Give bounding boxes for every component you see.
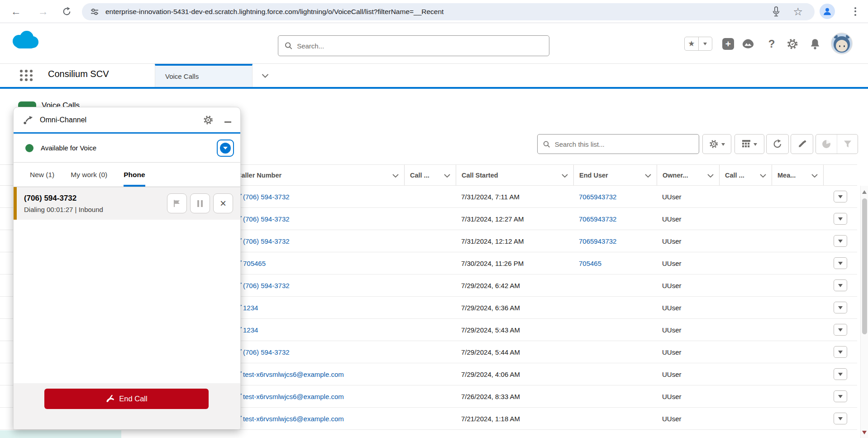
caller-number-link[interactable]: (706) 594-3732 [243,215,290,223]
favorites-button[interactable]: ★ [684,37,712,51]
scroll-down-arrow[interactable] [862,431,867,437]
browser-menu-button[interactable] [851,4,860,19]
pause-call-button[interactable] [190,193,210,213]
call-2-cell [719,363,772,385]
caller-number-link[interactable]: test-x6rvsmlwjcs6@example.com [243,371,344,378]
caller-number-cell: (706) 594-3732 [231,230,404,252]
browser-forward-button[interactable]: → [35,4,51,19]
caller-number-link[interactable]: 705465 [243,260,266,267]
global-actions-button[interactable]: + [722,38,734,50]
caller-number-link[interactable]: 1234 [243,304,258,312]
global-search-box[interactable] [278,35,549,56]
end-user-cell: 705465 [573,252,657,274]
display-as-button[interactable] [734,134,764,154]
call-type-cell [404,297,456,318]
call-type-cell [404,230,456,252]
mic-icon[interactable] [772,6,780,17]
end-user-link[interactable]: 7065943732 [579,215,616,223]
column-header-owner[interactable]: Owner... [657,165,719,185]
column-header-caller-number[interactable]: Caller Number [231,165,404,185]
call-2-cell [719,319,772,341]
omni-status-row: Available for Voice [14,134,240,163]
refresh-list-button[interactable] [766,134,789,154]
row-actions-button[interactable] [834,302,847,313]
row-actions-button[interactable] [834,346,847,358]
list-search-input[interactable] [555,140,693,148]
help-button[interactable]: ? [766,38,777,50]
app-launcher-icon[interactable] [19,69,33,82]
row-actions-button[interactable] [834,413,847,424]
row-actions-button[interactable] [834,324,847,336]
column-header-call-type[interactable]: Call ... [404,165,456,185]
end-user-link[interactable]: 705465 [579,260,601,267]
notifications-bell-button[interactable] [809,38,821,50]
caller-number-cell: test-x6rvsmlwjcs6@example.com [231,385,404,407]
charts-button[interactable] [816,135,837,154]
browser-address-bar[interactable]: enterprise-innovation-5431-dev-ed.scratc… [82,3,815,20]
measure-cell [772,186,823,207]
omni-tab-phone[interactable]: Phone [124,163,145,187]
browser-refresh-button[interactable] [59,4,74,19]
tab-menu-chevron[interactable] [257,70,273,81]
owner-cell: UUser [657,341,719,363]
tab-voice-calls[interactable]: Voice Calls [155,64,253,87]
caller-number-link[interactable]: test-x6rvsmlwjcs6@example.com [243,393,344,400]
bookmark-star-icon[interactable]: ☆ [793,5,803,18]
scroll-up-arrow[interactable] [862,188,867,194]
column-header-measure[interactable]: Mea... [772,165,823,185]
favorite-star-icon[interactable]: ★ [685,37,698,50]
row-actions-button[interactable] [834,279,847,291]
caller-number-cell: 1234 [231,319,404,341]
call-started-cell: 7/29/2024, 4:06 AM [456,363,573,385]
caller-number-link[interactable]: (706) 594-3732 [243,193,290,201]
end-user-link[interactable]: 7065943732 [579,193,616,201]
close-call-button[interactable]: × [213,193,233,213]
row-actions-button[interactable] [834,257,847,269]
trailhead-icon[interactable] [742,38,754,50]
end-user-link[interactable]: 7065943732 [579,237,616,245]
end-user-cell [573,385,657,407]
flag-call-button[interactable] [167,193,187,213]
favorites-dropdown[interactable] [698,37,712,50]
omni-settings-gear-icon[interactable] [203,115,214,125]
browser-back-button[interactable]: ← [8,4,24,19]
call-type-cell [404,208,456,230]
call-started-cell: 7/29/2024, 5:43 AM [456,319,573,341]
minimize-icon[interactable] [224,121,231,123]
caller-number-link[interactable]: (706) 594-3732 [243,237,290,245]
caller-number-link[interactable]: test-x6rvsmlwjcs6@example.com [243,415,344,423]
row-actions-cell [823,297,857,318]
browser-profile-avatar[interactable] [820,4,835,19]
row-actions-button[interactable] [834,368,847,380]
call-type-cell [404,341,456,363]
setup-gear-button[interactable] [787,38,798,50]
list-search-box[interactable] [537,134,699,154]
list-settings-button[interactable] [702,134,731,154]
column-header-call-started[interactable]: Call Started [456,165,573,185]
end-call-button[interactable]: End Call [44,389,209,409]
call-type-cell [404,274,456,296]
row-actions-button[interactable] [834,191,847,202]
row-actions-button[interactable] [834,213,847,225]
caller-number-link[interactable]: 1234 [243,326,258,334]
status-dropdown-button[interactable] [217,140,234,157]
row-actions-button[interactable] [834,235,847,247]
column-header-end-user[interactable]: End User [573,165,657,185]
row-actions-button[interactable] [834,390,847,402]
user-avatar[interactable] [831,33,853,54]
omni-footer: End Call [14,383,240,429]
vertical-scrollbar[interactable] [860,186,868,438]
column-header-call-2[interactable]: Call ... [719,165,772,185]
filter-button[interactable] [837,135,858,154]
edit-list-button[interactable] [791,134,813,154]
call-started-cell: 7/21/2024, 1:18 AM [456,408,573,429]
call-status-line: Dialing 00:01:27 | Inbound [24,206,103,213]
global-search-input[interactable] [297,42,543,50]
caller-number-link[interactable]: (706) 594-3732 [243,282,290,289]
site-info-icon[interactable] [90,7,99,16]
caller-number-link[interactable]: (706) 594-3732 [243,348,290,356]
url-text[interactable]: enterprise-innovation-5431-dev-ed.scratc… [105,8,772,16]
scrollbar-thumb[interactable] [862,198,867,334]
omni-tab-my-work[interactable]: My work (0) [71,163,107,187]
omni-tab-new[interactable]: New (1) [30,163,54,187]
